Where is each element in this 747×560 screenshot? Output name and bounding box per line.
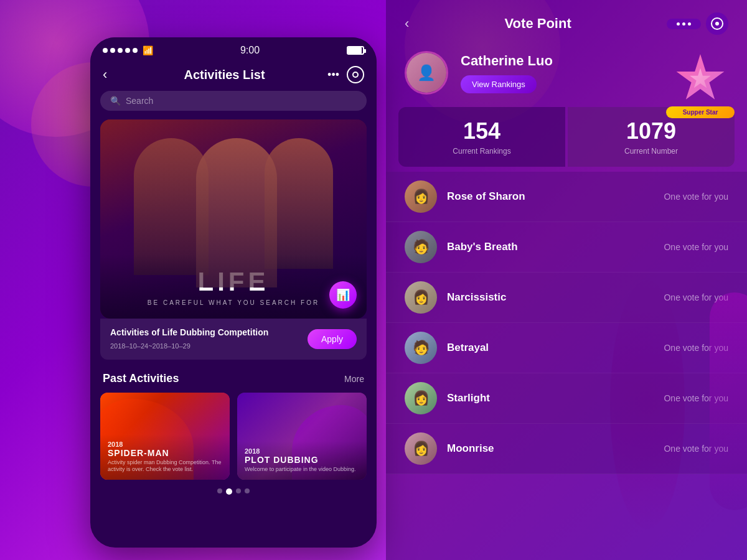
stat-label-votes: Current Number <box>580 147 722 156</box>
profile-section: 👤 Catherine Luo View Rankings Supper Sta… <box>386 45 747 107</box>
profile-avatar: 👤 <box>405 51 448 95</box>
super-star-badge: Supper Star <box>666 45 735 113</box>
chart-fab-button[interactable]: 📊 <box>329 281 357 309</box>
voter-item-1: 👩 Rose of Sharon One vote for you <box>386 172 747 222</box>
voter-list: 👩 Rose of Sharon One vote for you 🧑 Baby… <box>386 172 747 474</box>
past-card-content: 2018 SPIDER-MAN Activity spider man Dubb… <box>100 434 230 480</box>
past-card-year: 2018 <box>108 441 222 448</box>
voter-item-2: 🧑 Baby's Breath One vote for you <box>386 222 747 273</box>
stat-label-rankings: Current Rankings <box>411 147 553 156</box>
status-time: 9:00 <box>240 45 260 56</box>
search-icon: 🔍 <box>110 96 121 106</box>
voter-avatar-4: 🧑 <box>405 332 437 364</box>
battery-icon <box>347 46 364 55</box>
target-btn-center <box>715 22 719 26</box>
star-background <box>675 54 725 104</box>
phone-page-title: Activities List <box>184 68 265 82</box>
voter-name-2: Baby's Breath <box>447 241 654 253</box>
phone-mockup: 📶 9:00 ‹ Activities List ••• 🔍 Search <box>90 37 377 548</box>
activity-dates: 2018–10–24~2018–10–29 <box>110 342 190 350</box>
past-card-name: SPIDER-MAN <box>108 448 222 458</box>
past-activities-grid: 2018 SPIDER-MAN Activity spider man Dubb… <box>90 393 377 480</box>
search-bar[interactable]: 🔍 Search <box>100 91 367 111</box>
more-link[interactable]: More <box>344 374 364 384</box>
pagination-dots <box>90 480 377 503</box>
badge-ribbon: Supper Star <box>666 106 735 118</box>
voter-item-4: 🧑 Betrayal One vote for you <box>386 323 747 373</box>
header-icons: ••• <box>327 66 364 83</box>
movie-subtitle: BE CAREFUL WHAT YOU SEARCH FOR <box>113 299 354 306</box>
status-bar: 📶 9:00 <box>90 37 377 61</box>
pagination-dot-4[interactable] <box>245 488 250 493</box>
avatar-image: 👤 <box>406 53 446 93</box>
activity-title: Activities of Life Dubbing Competition <box>110 327 268 337</box>
dots-btn-dot <box>688 22 691 26</box>
past-activities-header: Past Activities More <box>90 360 377 393</box>
vote-header-actions <box>667 12 728 35</box>
wifi-icon: 📶 <box>143 45 153 55</box>
past-card-content-2: 2018 PLOT DUBBING Welcome to participate… <box>237 441 367 480</box>
voter-avatar-image-4: 🧑 <box>405 332 437 364</box>
vote-back-button[interactable]: ‹ <box>405 16 409 32</box>
voter-item-5: 👩 Starlight One vote for you <box>386 373 747 424</box>
voter-avatar-image-3: 👩 <box>405 281 437 314</box>
pagination-dot-1[interactable] <box>217 488 222 493</box>
signal-dot <box>125 48 130 53</box>
pagination-dot-2[interactable] <box>226 488 232 495</box>
past-card-desc: Activity spider man Dubbing Competition.… <box>108 459 222 474</box>
signal-dot <box>110 48 115 53</box>
voter-avatar-5: 👩 <box>405 382 437 414</box>
voter-avatar-2: 🧑 <box>405 231 437 263</box>
dots-btn-dot <box>677 22 680 26</box>
movie-card: LIFE BE CAREFUL WHAT YOU SEARCH FOR 📊 <box>100 119 367 319</box>
apply-button[interactable]: Apply <box>308 329 357 349</box>
voter-name-6: Moonrise <box>447 442 654 455</box>
stat-box-rankings: 154 Current Rankings <box>398 107 565 167</box>
activity-text: Activities of Life Dubbing Competition 2… <box>110 327 268 351</box>
more-options-icon[interactable]: ••• <box>327 68 339 82</box>
vote-header: ‹ Vote Point <box>386 0 747 45</box>
target-inner-icon <box>352 72 359 78</box>
phone-header: ‹ Activities List ••• <box>90 61 377 91</box>
vote-target-button[interactable] <box>706 12 728 35</box>
voter-name-5: Starlight <box>447 392 654 404</box>
battery-fill <box>348 47 362 54</box>
decorative-shape-right <box>710 292 747 510</box>
past-card-dubbing[interactable]: 2018 PLOT DUBBING Welcome to participate… <box>237 393 367 480</box>
chart-icon: 📊 <box>336 288 350 302</box>
voter-avatar-image-2: 🧑 <box>405 231 437 263</box>
dots-btn-dot <box>682 22 685 26</box>
search-placeholder: Search <box>126 96 153 106</box>
pagination-dot-3[interactable] <box>236 488 241 493</box>
activity-info: Activities of Life Dubbing Competition 2… <box>100 319 367 360</box>
past-card-name-2: PLOT DUBBING <box>245 455 359 465</box>
star-shape <box>675 54 725 104</box>
phone-back-button[interactable]: ‹ <box>103 67 121 83</box>
stat-number-votes: 1079 <box>580 118 722 144</box>
voter-name-1: Rose of Sharon <box>447 190 654 203</box>
target-btn-inner <box>711 17 723 30</box>
voter-name-3: Narcissistic <box>447 291 654 304</box>
signal-dot <box>133 48 138 53</box>
vote-panel: ‹ Vote Point 👤 Catherine Luo View Rankin… <box>386 0 747 560</box>
view-rankings-button[interactable]: View Rankings <box>461 75 537 93</box>
vote-more-button[interactable] <box>667 19 701 29</box>
vote-action-2: One vote for you <box>664 242 728 252</box>
voter-avatar-1: 👩 <box>405 180 437 213</box>
vote-panel-title: Vote Point <box>505 16 571 32</box>
voter-avatar-image-1: 👩 <box>405 180 437 213</box>
past-card-spiderman[interactable]: 2018 SPIDER-MAN Activity spider man Dubb… <box>100 393 230 480</box>
voter-item-3: 👩 Narcissistic One vote for you <box>386 273 747 323</box>
stat-number-rankings: 154 <box>411 118 553 144</box>
voter-avatar-3: 👩 <box>405 281 437 314</box>
signal-dot <box>103 48 108 53</box>
past-activities-title: Past Activities <box>103 372 179 385</box>
signal-dot <box>118 48 123 53</box>
voter-avatar-image-5: 👩 <box>405 382 437 414</box>
signal-bars: 📶 <box>103 45 153 55</box>
voter-item-6: 👩 Moonrise One vote for you <box>386 424 747 474</box>
star-inner <box>690 68 712 90</box>
target-icon[interactable] <box>347 66 364 83</box>
past-card-year-2: 2018 <box>245 447 359 455</box>
vote-action-1: One vote for you <box>664 192 728 202</box>
